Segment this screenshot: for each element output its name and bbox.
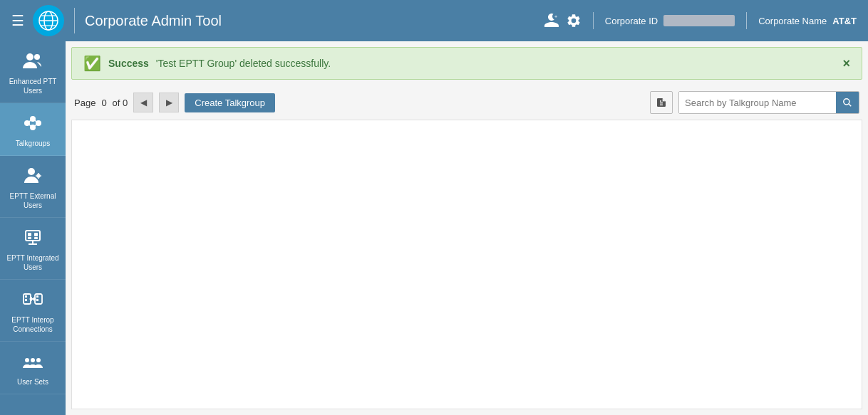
svg-rect-20 (28, 233, 31, 236)
enhanced-ptt-users-icon (20, 48, 46, 74)
layout: Enhanced PTT Users Talkgroups (0, 41, 868, 415)
header-vertical-divider-2 (746, 12, 747, 29)
header-right: + Corporate ID Corporate Name AT&T (543, 12, 857, 29)
svg-point-18 (28, 168, 35, 175)
sidebar-item-talkgroups[interactable]: Talkgroups (0, 103, 66, 156)
sidebar-item-eptt-integrated-users[interactable]: EPTT Integrated Users (0, 218, 66, 280)
header-vertical-divider (593, 12, 594, 29)
sidebar-label-eptt-integrated-users: EPTT Integrated Users (3, 253, 63, 272)
user-sets-icon (20, 349, 46, 374)
content-area (71, 120, 862, 409)
success-check-icon: ✅ (83, 55, 101, 72)
svg-point-36 (31, 358, 35, 362)
corp-name-value: AT&T (832, 16, 857, 26)
toolbar: Page 0 of 0 ◀ ▶ Create Talkgroup (66, 85, 868, 120)
svg-point-35 (25, 358, 29, 362)
sidebar-item-eptt-external-users[interactable]: EPTT External Users (0, 156, 66, 218)
svg-point-9 (34, 54, 40, 60)
sidebar-item-eptt-interop-connections[interactable]: EPTT Interop Connections (0, 280, 66, 342)
svg-point-8 (26, 53, 33, 61)
header-divider (74, 8, 75, 33)
sidebar-item-user-sets[interactable]: User Sets (0, 342, 66, 394)
corp-id-label: Corporate ID (605, 16, 658, 26)
svg-rect-23 (34, 237, 38, 239)
svg-rect-28 (25, 299, 27, 301)
success-label: Success (108, 58, 149, 69)
sidebar-label-eptt-interop-connections: EPTT Interop Connections (3, 315, 63, 334)
of-label: of 0 (113, 98, 128, 108)
prev-page-button[interactable]: ◀ (133, 93, 153, 112)
svg-rect-21 (34, 233, 38, 236)
corp-name-label: Corporate Name (758, 16, 827, 26)
svg-rect-27 (25, 295, 27, 298)
create-talkgroup-button[interactable]: Create Talkgroup (185, 93, 275, 112)
svg-line-42 (849, 104, 852, 107)
settings-icon[interactable] (566, 13, 582, 28)
sidebar-label-talkgroups: Talkgroups (16, 139, 50, 148)
search-input[interactable] (679, 92, 836, 113)
eptt-external-users-icon (20, 163, 46, 189)
search-container (678, 91, 859, 114)
header: ☰ Corporate Admin Tool + Corporate ID Co… (0, 0, 868, 41)
success-close-button[interactable]: × (842, 57, 850, 70)
search-button[interactable] (836, 92, 859, 113)
att-logo (33, 5, 64, 36)
svg-rect-22 (28, 237, 31, 239)
app-title: Corporate Admin Tool (85, 13, 543, 29)
svg-rect-30 (36, 295, 38, 298)
page-number: 0 (101, 98, 106, 108)
success-banner: ✅ Success 'Test EPTT Group' deleted succ… (71, 47, 862, 80)
sidebar: Enhanced PTT Users Talkgroups (0, 41, 66, 415)
next-page-button[interactable]: ▶ (159, 93, 179, 112)
svg-text:+: + (554, 14, 557, 19)
success-message: 'Test EPTT Group' deleted successfully. (156, 58, 331, 69)
sidebar-label-eptt-external-users: EPTT External Users (3, 191, 63, 210)
menu-icon[interactable]: ☰ (11, 12, 24, 29)
svg-point-37 (36, 358, 41, 362)
page-label: Page (74, 98, 95, 108)
svg-point-41 (844, 99, 849, 105)
eptt-interop-icon (20, 287, 46, 312)
sidebar-label-enhanced-ptt-users: Enhanced PTT Users (3, 77, 63, 95)
sidebar-label-user-sets: User Sets (17, 377, 48, 387)
talkgroups-icon (20, 110, 46, 136)
user-icon[interactable]: + (543, 12, 560, 29)
sidebar-item-enhanced-ptt-users[interactable]: Enhanced PTT Users (0, 41, 66, 103)
corp-id-value (663, 15, 735, 26)
export-button[interactable] (650, 91, 673, 114)
svg-rect-31 (36, 299, 38, 301)
eptt-integrated-users-icon (20, 225, 46, 251)
main-content: ✅ Success 'Test EPTT Group' deleted succ… (66, 41, 868, 415)
